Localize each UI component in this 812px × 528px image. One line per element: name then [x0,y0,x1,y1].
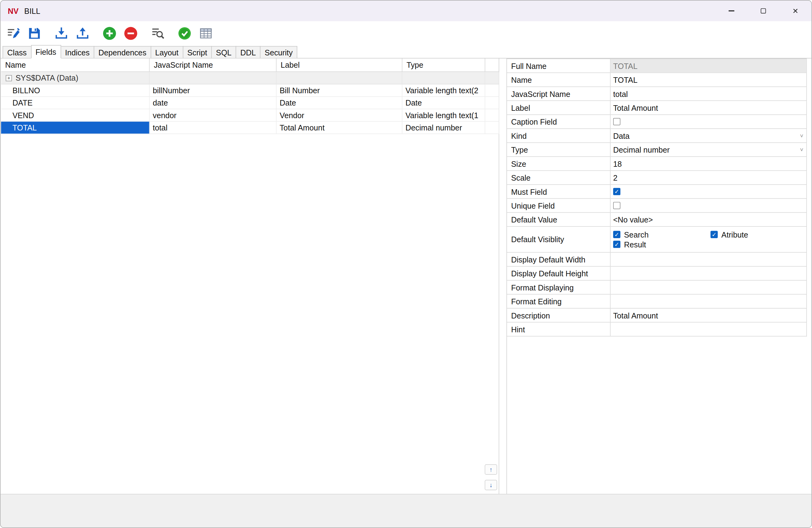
tab-layout[interactable]: Layout [150,46,183,58]
property-value[interactable]: 2 [611,171,807,184]
field-cell[interactable]: TOTAL [1,121,149,134]
field-cell[interactable]: total [149,121,276,134]
field-cell[interactable]: BILLNO [1,84,149,97]
property-row: Display Default Height [507,266,807,280]
property-row: Display Default Width [507,253,807,266]
field-cell[interactable] [485,97,499,109]
save-button[interactable] [24,24,44,42]
property-value[interactable]: <No value> [611,212,807,226]
group-label: SYS$DATA (Data) [15,74,78,83]
field-row[interactable]: BILLNObillNumberBill NumberVariable leng… [1,84,499,97]
scroll-up-button[interactable]: ↑ [485,464,497,475]
property-value[interactable]: ✓ [611,185,807,199]
field-cell[interactable]: VEND [1,109,149,121]
toolbar [1,21,812,45]
property-row: DescriptionTotal Amount [507,309,807,322]
property-value[interactable]: 18 [611,157,807,171]
export-button[interactable] [73,24,92,42]
field-cell[interactable] [485,84,499,97]
property-value[interactable] [611,115,807,128]
property-label: Label [507,101,610,115]
field-row[interactable]: VENDvendorVendorVariable length text(1 [1,109,499,121]
tab-dependences[interactable]: Dependences [94,46,151,58]
validate-button[interactable] [175,24,194,42]
property-value[interactable]: TOTAL [611,73,807,86]
property-value[interactable]: ✓Search✓Atribute✓Result [611,227,807,252]
checkbox[interactable]: ✓ [613,231,621,238]
visibility-option[interactable]: ✓Search [613,230,710,239]
visibility-option[interactable]: ✓Atribute [710,230,806,239]
property-value[interactable]: Decimal number˅ [611,143,807,156]
script-edit-button[interactable] [3,24,23,42]
tab-fields[interactable]: Fields [31,45,61,58]
property-row: LabelTotal Amount [507,101,807,115]
tab-script[interactable]: Script [183,46,212,58]
field-cell[interactable]: vendor [149,109,276,121]
maximize-button[interactable] [748,1,779,21]
scroll-down-button[interactable]: ↓ [485,480,497,490]
field-cell[interactable]: Date [276,97,402,109]
group-row[interactable]: +SYS$DATA (Data) [1,72,499,84]
field-cell[interactable]: Total Amount [276,121,402,134]
grid-column-header [485,58,499,72]
field-cell[interactable]: Date [402,97,485,109]
field-cell[interactable]: Decimal number [402,121,485,134]
property-label: Full Name [507,59,610,73]
property-value[interactable]: Data˅ [611,129,807,143]
property-value[interactable] [611,266,807,280]
field-row[interactable]: DATEdateDateDate [1,97,499,109]
field-cell[interactable] [485,121,499,134]
tab-indices[interactable]: Indices [60,46,94,58]
dropdown-chevron-icon[interactable]: ˅ [798,129,806,143]
export-icon [75,26,89,40]
import-button[interactable] [52,24,71,42]
field-cell[interactable]: date [149,97,276,109]
find-button[interactable] [147,24,167,42]
checkbox[interactable]: ✓ [613,188,621,195]
field-cell[interactable] [485,109,499,121]
tab-security[interactable]: Security [260,46,298,58]
tab-ddl[interactable]: DDL [236,46,261,58]
tab-class[interactable]: Class [2,46,31,58]
toolbar-separator [46,33,52,33]
minimize-button[interactable] [715,1,747,21]
group-cell [402,72,485,84]
group-cell [485,72,499,84]
field-row[interactable]: TOTALtotalTotal AmountDecimal number [1,121,499,134]
close-icon: ✕ [792,8,798,15]
field-cell[interactable]: Bill Number [276,84,402,97]
script-edit-icon [6,26,20,40]
checkbox[interactable]: ✓ [613,240,621,248]
table-view-button[interactable] [196,24,216,42]
visibility-option[interactable]: ✓Result [613,240,710,249]
property-value[interactable] [611,281,807,294]
field-cell[interactable]: Variable length text(1 [402,109,485,121]
field-cell[interactable]: DATE [1,97,149,109]
dropdown-chevron-icon[interactable]: ˅ [798,143,806,156]
field-cell[interactable]: Variable length text(2 [402,84,485,97]
expand-icon[interactable]: + [6,75,12,81]
remove-button[interactable] [121,24,140,42]
property-value[interactable] [611,294,807,308]
property-value[interactable]: Total Amount [611,101,807,115]
property-value[interactable] [611,199,807,212]
status-bar [1,494,812,527]
checkbox[interactable] [613,202,621,209]
tab-sql[interactable]: SQL [211,46,236,58]
property-label: Format Editing [507,294,610,308]
checkbox[interactable]: ✓ [710,231,718,238]
field-cell[interactable]: Vendor [276,109,402,121]
property-value[interactable] [611,322,807,336]
checkbox[interactable] [613,118,621,126]
property-row: Format Displaying [507,281,807,294]
grid-column-header: JavaScript Name [149,58,276,72]
property-value[interactable]: Total Amount [611,309,807,322]
close-button[interactable]: ✕ [779,1,811,21]
field-cell[interactable]: billNumber [149,84,276,97]
property-value[interactable] [611,253,807,266]
toolbar-separator [142,33,148,33]
property-row: Scale2 [507,171,807,185]
add-button[interactable] [99,24,119,42]
property-value[interactable]: TOTAL [611,59,807,73]
property-value[interactable]: total [611,87,807,101]
